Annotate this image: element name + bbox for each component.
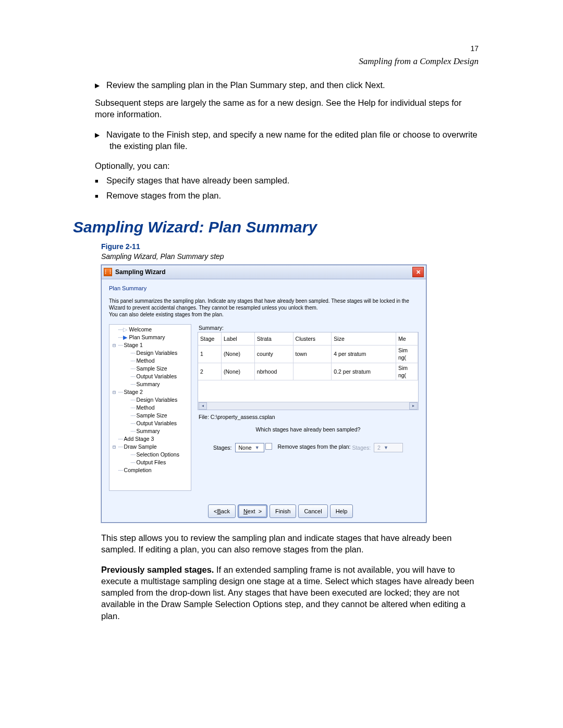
column-header[interactable]: Label [222, 332, 255, 346]
nav-tree[interactable]: ·····▷Welcome·····▶Plan Summary⊟·····Sta… [109, 324, 191, 491]
nav-item-label: Stage 1 [123, 341, 143, 349]
opt-specify-sampled: Specify stages that have already been sa… [109, 175, 479, 186]
nav-item[interactable]: ·····▷Welcome [109, 326, 191, 334]
nav-item[interactable]: ·····▶Plan Summary [109, 334, 191, 341]
table-cell: nbrhood [254, 363, 293, 380]
nav-item[interactable]: ·····Design Variables [109, 349, 191, 357]
nav-item[interactable]: ·····Sample Size [109, 412, 191, 419]
nav-item-label: Output Files [136, 459, 166, 466]
nav-item[interactable]: ·····Summary [109, 427, 191, 435]
next-button[interactable]: Next > [238, 504, 267, 518]
remove-stages-label: Remove stages from the plan: [277, 443, 350, 450]
page-number: 17 [73, 44, 479, 54]
question-sampled: Which stages have already been sampled? [198, 426, 419, 433]
optional-intro: Optionally, you can: [95, 160, 479, 171]
body-content: Review the sampling plan in the Plan Sum… [95, 79, 479, 201]
pane-title: Plan Summary [109, 285, 419, 292]
nav-item-label: Sample Size [136, 365, 167, 372]
column-header[interactable]: Clusters [293, 332, 332, 346]
cancel-button[interactable]: Cancel [298, 504, 327, 518]
step-navigate-finish: Navigate to the Finish step, and specify… [109, 129, 479, 152]
nav-item[interactable]: ·····Selection Options [109, 451, 191, 459]
nav-item[interactable]: ·····Output Files [109, 459, 191, 466]
table-cell: (None) [222, 346, 255, 363]
horizontal-scrollbar[interactable]: ◂ ▸ [198, 402, 418, 410]
nav-item[interactable]: ⊟·····Stage 2 [109, 388, 191, 396]
nav-item[interactable]: ·····Method [109, 404, 191, 412]
help-button[interactable]: Help [330, 504, 353, 518]
nav-item-label: Selection Options [136, 451, 179, 458]
tree-toggle-icon[interactable]: ⊟ [111, 443, 118, 451]
chevron-down-icon: ▼ [384, 445, 388, 451]
column-header[interactable]: Size [332, 332, 396, 346]
remove-stages-value: 2 [377, 444, 381, 451]
table-row[interactable]: 1(None)countytown4 per stratumSimng( [198, 346, 418, 363]
table-cell: county [254, 346, 293, 363]
nav-item[interactable]: ·····Output Variables [109, 373, 191, 380]
nav-item[interactable]: ·····Summary [109, 380, 191, 388]
heading-plan-summary: Sampling Wizard: Plan Summary [73, 217, 479, 238]
sampled-stages-value: None [239, 444, 252, 451]
nav-item[interactable]: ·····Add Stage 3 [109, 435, 191, 443]
column-header[interactable]: Stage [198, 332, 222, 346]
nav-item[interactable]: ·····Method [109, 357, 191, 365]
tree-toggle-icon[interactable]: ⊟ [111, 389, 118, 396]
nav-item[interactable]: ⊟·····Stage 1 [109, 341, 191, 349]
table-cell [293, 363, 332, 380]
sampled-stages-dropdown[interactable]: None ▼ [235, 443, 264, 452]
nav-item-label: Sample Size [136, 412, 167, 419]
section-label: Sampling from a Complex Design [73, 56, 479, 68]
nav-item[interactable]: ⊟·····Draw Sample [109, 443, 191, 451]
nav-item[interactable]: ·····Output Variables [109, 419, 191, 427]
table-cell: Simng( [396, 346, 418, 363]
table-cell: (None) [222, 363, 255, 380]
nav-item-label: Design Variables [136, 396, 178, 403]
nav-item-label: Draw Sample [123, 443, 157, 450]
back-button[interactable]: < Back [208, 504, 236, 518]
table-cell: 0.2 per stratum [332, 363, 396, 380]
nav-item[interactable]: ·····Sample Size [109, 365, 191, 373]
opt-remove-stages: Remove stages from the plan. [109, 190, 479, 201]
table-row[interactable]: 2(None)nbrhood0.2 per stratumSimng( [198, 363, 418, 380]
column-header[interactable]: Me [396, 332, 418, 346]
client-area: Plan Summary This panel summarizes the s… [102, 279, 426, 522]
nav-item-label: Summary [136, 380, 160, 388]
current-step-icon: ▶ [123, 334, 127, 341]
stages-label: Stages: [213, 444, 232, 451]
nav-item[interactable]: ·····Completion [109, 466, 191, 474]
remove-stages-stages-label: Stages: [352, 444, 371, 451]
table-cell: town [293, 346, 332, 363]
nav-item-label: Design Variables [136, 349, 178, 356]
remove-stages-dropdown: 2 ▼ [374, 443, 403, 452]
summary-label: Summary: [199, 324, 419, 331]
finish-button[interactable]: Finish [270, 504, 296, 518]
nav-item-label: Output Variables [136, 373, 177, 380]
figure-number: Figure 2-11 [101, 242, 140, 251]
step-review-plan: Review the sampling plan in the Plan Sum… [109, 79, 479, 91]
close-icon[interactable]: ✕ [412, 267, 424, 277]
column-header[interactable]: Strata [254, 332, 293, 346]
main-pane: Summary: StageLabelStrataClustersSizeMe1… [198, 324, 419, 491]
titlebar[interactable]: ⋮⋮ Sampling Wizard ✕ [102, 265, 426, 279]
nav-item-label: Welcome [128, 326, 152, 333]
scroll-right-icon[interactable]: ▸ [409, 402, 418, 410]
step-review-plan-followup: Subsequent steps are largely the same as… [95, 97, 479, 120]
nav-item-label: Method [136, 357, 155, 364]
table-cell: 4 per stratum [332, 346, 396, 363]
nav-item-label: Add Stage 3 [123, 435, 154, 442]
nav-item-label: Output Variables [136, 419, 177, 427]
sampling-wizard-window: ⋮⋮ Sampling Wizard ✕ Plan Summary This p… [101, 265, 426, 523]
figure-caption: Figure 2-11 Sampling Wizard, Plan Summar… [101, 242, 479, 262]
summary-table[interactable]: StageLabelStrataClustersSizeMe1(None)cou… [198, 332, 419, 410]
page: 17 Sampling from a Complex Design Review… [0, 0, 563, 728]
prev-sampled-heading: Previously sampled stages. [101, 565, 214, 574]
scroll-left-icon[interactable]: ◂ [199, 402, 207, 410]
nav-item-label: Completion [123, 466, 152, 474]
nav-item-label: Method [136, 404, 155, 411]
table-cell: Simng( [396, 363, 418, 380]
after-para-1: This step allows you to review the sampl… [101, 532, 476, 556]
nav-item[interactable]: ·····Design Variables [109, 396, 191, 404]
remove-stages-checkbox[interactable] [265, 443, 272, 450]
nav-item-label: Plan Summary [128, 334, 165, 341]
tree-toggle-icon[interactable]: ⊟ [111, 342, 118, 349]
